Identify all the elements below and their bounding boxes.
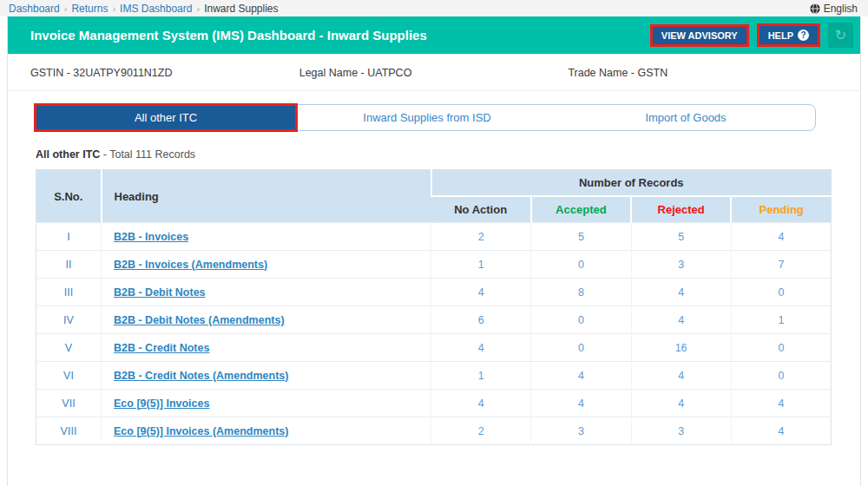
heading-link[interactable]: B2B - Invoices [114,231,188,243]
table-row: IIB2B - Invoices (Amendments)1037 [36,251,832,279]
row-serial-number: VI [36,362,102,390]
rejected-count[interactable]: 3 [678,425,684,437]
accepted-count[interactable]: 5 [578,231,584,243]
breadcrumb-separator-icon: › [64,3,68,14]
trade-name-value: Trade Name - GSTN [568,67,837,79]
column-header-sno: S.No. [36,170,102,223]
view-advisory-button[interactable]: VIEW ADVISORY [650,24,749,47]
refresh-icon: ↻ [835,27,846,43]
pending-count[interactable]: 4 [778,397,784,410]
pending-count[interactable]: 7 [778,259,784,271]
table-row: IVB2B - Debit Notes (Amendments)6041 [36,306,832,334]
row-serial-number: II [36,251,102,279]
pending-count[interactable]: 1 [778,314,784,326]
globe-icon [810,3,820,14]
column-header-heading: Heading [102,170,431,223]
gstin-value: GSTIN - 32UATPY9011N1ZD [30,67,299,79]
page-title: Invoice Management System (IMS) Dashboar… [30,28,642,43]
accepted-count[interactable]: 4 [578,397,584,410]
table-row: VIIEco [9(5)] Invoices4444 [36,390,832,417]
heading-link[interactable]: B2B - Debit Notes [114,286,206,299]
table-row: IB2B - Invoices2554 [36,223,832,251]
rejected-count[interactable]: 16 [675,342,687,354]
heading-link[interactable]: B2B - Debit Notes (Amendments) [114,314,285,326]
breadcrumb-separator-icon: › [196,3,200,14]
column-header-accepted: Accepted [531,196,631,223]
accepted-count[interactable]: 8 [578,286,584,299]
no-action-count[interactable]: 4 [478,342,484,354]
accepted-count[interactable]: 4 [578,370,584,382]
question-mark-icon: ? [798,30,809,41]
accepted-count[interactable]: 0 [578,314,584,326]
divider [9,90,859,91]
records-table-body: IB2B - Invoices2554IIB2B - Invoices (Ame… [36,223,832,445]
no-action-count[interactable]: 4 [478,286,484,299]
tab-import-of-goods[interactable]: Import of Goods [556,105,815,130]
title-bar: Invoice Management System (IMS) Dashboar… [8,16,860,54]
heading-link[interactable]: Eco [9(5)] Invoices (Amendments) [114,425,288,437]
row-serial-number: III [36,279,102,306]
records-summary-count: - Total 111 Records [100,148,195,161]
no-action-count[interactable]: 6 [478,314,484,326]
no-action-count[interactable]: 1 [478,370,484,382]
accepted-count[interactable]: 0 [578,259,584,271]
table-row: VB2B - Credit Notes40160 [36,334,832,362]
no-action-count[interactable]: 2 [478,231,484,243]
rejected-count[interactable]: 3 [678,259,684,271]
help-label: HELP [768,30,793,41]
heading-link[interactable]: B2B - Credit Notes (Amendments) [114,370,288,382]
accepted-count[interactable]: 0 [578,342,584,354]
tab-bar: All other ITC Inward Supplies from ISD I… [35,104,816,131]
rejected-count[interactable]: 4 [678,397,684,410]
records-summary: All other ITC - Total 111 Records [36,148,860,161]
no-action-count[interactable]: 2 [478,425,484,437]
no-action-count[interactable]: 4 [478,397,484,410]
rejected-count[interactable]: 4 [678,314,684,326]
row-serial-number: I [36,223,102,251]
breadcrumb: Dashboard › Returns › IMS Dashboard › In… [0,0,868,16]
rejected-count[interactable]: 4 [678,370,684,382]
help-button[interactable]: HELP ? [757,23,820,47]
row-serial-number: IV [36,306,102,334]
row-serial-number: VII [36,390,102,417]
column-header-pending: Pending [731,196,831,223]
records-table: S.No. Heading Number of Records No Actio… [36,169,832,445]
heading-link[interactable]: B2B - Invoices (Amendments) [114,259,267,271]
column-header-no-action: No Action [431,196,531,223]
taxpayer-info-row: GSTIN - 32UATPY9011N1ZD Legal Name - UAT… [8,54,860,90]
column-group-header: Number of Records [431,170,832,197]
no-action-count[interactable]: 1 [478,259,484,271]
breadcrumb-current-page: Inward Supplies [204,3,278,15]
records-summary-title: All other ITC [36,148,100,161]
table-row: VIIIEco [9(5)] Invoices (Amendments)2334 [36,417,832,445]
breadcrumb-separator-icon: › [112,3,115,14]
column-header-rejected: Rejected [631,196,731,223]
breadcrumb-returns[interactable]: Returns [71,3,108,15]
row-serial-number: V [36,334,102,362]
language-label: English [824,3,858,15]
row-serial-number: VIII [36,417,102,445]
pending-count[interactable]: 0 [778,370,784,382]
breadcrumb-ims-dashboard[interactable]: IMS Dashboard [120,3,192,15]
tab-all-other-itc[interactable]: All other ITC [34,103,298,132]
pending-count[interactable]: 0 [778,342,784,354]
tab-inward-supplies-from-isd[interactable]: Inward Supplies from ISD [298,105,556,130]
refresh-button[interactable]: ↻ [828,23,853,48]
rejected-count[interactable]: 4 [678,286,684,299]
breadcrumb-dashboard[interactable]: Dashboard [9,3,60,15]
page-frame: Invoice Management System (IMS) Dashboar… [7,16,861,486]
legal-name-value: Legal Name - UATPCO [299,67,569,79]
language-selector[interactable]: English [810,3,858,15]
pending-count[interactable]: 4 [778,425,784,437]
heading-link[interactable]: B2B - Credit Notes [114,342,209,354]
table-row: VIB2B - Credit Notes (Amendments)1440 [36,362,832,390]
accepted-count[interactable]: 3 [578,425,584,437]
rejected-count[interactable]: 5 [678,231,684,243]
heading-link[interactable]: Eco [9(5)] Invoices [114,397,209,410]
view-advisory-label: VIEW ADVISORY [661,30,738,41]
table-row: IIIB2B - Debit Notes4840 [36,279,832,306]
pending-count[interactable]: 4 [778,231,784,243]
pending-count[interactable]: 0 [778,286,784,299]
